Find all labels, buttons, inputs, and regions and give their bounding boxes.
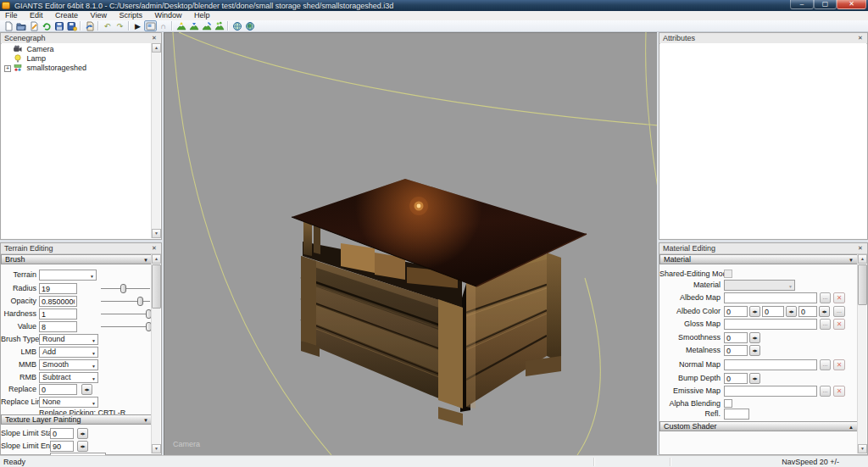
refresh-button[interactable] (40, 20, 53, 31)
play-button[interactable]: ▶ (131, 20, 144, 31)
terrain-scrollbar[interactable]: ▲ ▼ (151, 254, 160, 453)
smoothness-spinner[interactable]: ◀▶ (749, 332, 760, 343)
menu-scripts[interactable]: Scripts (114, 11, 147, 20)
mmb-dropdown[interactable]: Smooth▼ (39, 359, 98, 370)
scroll-up-arrow[interactable]: ▲ (152, 43, 161, 53)
bump-depth-input[interactable] (724, 373, 748, 384)
lmb-dropdown[interactable]: Add▼ (39, 347, 98, 358)
new-file-button[interactable] (2, 20, 14, 31)
metalness-input[interactable] (724, 345, 748, 356)
shared-editing-mode-checkbox[interactable] (724, 270, 732, 278)
open-file-button[interactable] (14, 20, 27, 31)
close-button[interactable]: ✕ (837, 0, 866, 9)
save-as-button[interactable] (65, 20, 78, 31)
smoothness-input[interactable] (724, 332, 748, 343)
slope-limit-start-input[interactable] (50, 428, 74, 439)
albedo-color-b-input[interactable] (798, 306, 817, 317)
snap-toggle[interactable]: ∩ (157, 20, 170, 31)
albedo-map-input[interactable] (724, 292, 817, 303)
world-button[interactable] (231, 20, 243, 31)
scenegraph-scrollbar[interactable]: ▲ ▼ (151, 43, 160, 238)
terrain-raise-button[interactable] (175, 20, 187, 31)
custom-shader-header[interactable]: Custom Shader ▲ (659, 421, 858, 431)
menu-window[interactable]: Window (150, 11, 187, 20)
gloss-map-clear-button[interactable]: ✕ (833, 319, 845, 330)
terrain-paint-button[interactable] (200, 20, 213, 31)
tree-item-camera[interactable]: Camera (14, 45, 54, 54)
material-close-button[interactable]: ✕ (856, 244, 865, 253)
value-slider[interactable] (101, 321, 150, 332)
albedo-color-b-spinner[interactable]: ◀▶ (819, 306, 830, 317)
emissive-map-input[interactable] (724, 386, 817, 397)
alpha-blending-checkbox[interactable] (724, 399, 732, 408)
world-settings-button[interactable] (243, 20, 256, 31)
normal-map-clear-button[interactable]: ✕ (833, 359, 845, 370)
terrain-close-button[interactable]: ✕ (150, 244, 159, 253)
albedo-color-g-input[interactable] (762, 306, 784, 317)
value-input[interactable] (39, 321, 77, 332)
scenegraph-close-button[interactable]: ✕ (150, 34, 159, 42)
scroll-up-arrow[interactable]: ▲ (152, 254, 161, 264)
import-button[interactable] (83, 20, 96, 31)
save-button[interactable] (53, 20, 65, 31)
albedo-map-clear-button[interactable]: ✕ (833, 292, 845, 303)
bump-depth-spinner[interactable]: ◀▶ (749, 373, 760, 384)
terrain-lower-button[interactable] (187, 20, 200, 31)
attributes-close-button[interactable]: ✕ (856, 34, 865, 42)
hardness-input[interactable] (39, 309, 77, 320)
undo-button[interactable]: ↶ (101, 20, 114, 31)
terrain-dropdown[interactable]: ▼ (39, 270, 97, 281)
rmb-dropdown[interactable]: Subtract▼ (39, 372, 98, 383)
albedo-color-r-spinner[interactable]: ◀▶ (749, 306, 760, 317)
albedo-map-browse-button[interactable]: ... (820, 292, 831, 303)
scroll-thumb[interactable] (152, 264, 161, 309)
normal-map-browse-button[interactable]: ... (820, 359, 831, 370)
viewport-canvas[interactable] (164, 32, 657, 455)
emissive-map-browse-button[interactable]: ... (820, 386, 831, 397)
redo-button[interactable]: ↷ (114, 20, 126, 31)
opacity-input[interactable] (39, 296, 77, 307)
minimize-button[interactable]: – (790, 0, 814, 9)
tree-item-smallstorageshed[interactable]: smallstorageshed (14, 64, 86, 73)
menu-file[interactable]: File (0, 11, 23, 20)
hardness-slider[interactable] (101, 309, 150, 320)
show-textures-toggle[interactable] (144, 20, 157, 31)
normal-map-input[interactable] (724, 359, 817, 370)
metalness-spinner[interactable]: ◀▶ (749, 345, 760, 356)
menu-view[interactable]: View (86, 11, 112, 20)
material-dropdown[interactable]: ▼ (724, 280, 795, 291)
radius-slider[interactable] (101, 283, 150, 294)
material-section-header[interactable]: Material ▼ (659, 254, 858, 264)
scroll-down-arrow[interactable]: ▼ (152, 229, 161, 238)
edit-file-button[interactable] (27, 20, 40, 31)
opacity-slider[interactable] (101, 296, 150, 307)
foliage-paint-button[interactable] (213, 20, 225, 31)
viewport-3d[interactable]: Camera (164, 32, 657, 455)
replace-limit-dropdown[interactable]: None▼ (39, 397, 98, 408)
scroll-down-arrow[interactable]: ▼ (858, 444, 867, 453)
replace-input[interactable] (39, 384, 77, 395)
menu-create[interactable]: Create (50, 11, 83, 20)
scroll-down-arrow[interactable]: ▼ (152, 444, 161, 453)
gloss-map-input[interactable] (724, 319, 817, 330)
slope-end-spinner[interactable]: ◀▶ (77, 441, 88, 452)
gloss-map-browse-button[interactable]: ... (820, 319, 831, 330)
texture-layer-painting-header[interactable]: Texture Layer Painting ▼ (1, 414, 153, 425)
replace-spinner[interactable]: ◀▶ (81, 384, 92, 395)
scroll-up-arrow[interactable]: ▲ (858, 254, 867, 264)
menu-help[interactable]: Help (189, 11, 215, 20)
albedo-color-r-input[interactable] (724, 306, 748, 317)
albedo-color-g-spinner[interactable]: ◀▶ (786, 306, 797, 317)
brush-type-dropdown[interactable]: Round▼ (39, 334, 98, 345)
tree-item-lamp[interactable]: Lamp (14, 54, 46, 64)
maximize-button[interactable]: ▢ (814, 0, 837, 9)
material-scrollbar[interactable]: ▲ ▼ (857, 254, 866, 453)
tree-expand-toggle[interactable]: + (4, 65, 11, 72)
albedo-color-picker-button[interactable]: ... (833, 306, 845, 317)
brush-section-header[interactable]: Brush ▼ (1, 254, 153, 264)
slope-limit-end-input[interactable] (50, 441, 74, 452)
menu-edit[interactable]: Edit (25, 11, 48, 20)
scroll-thumb[interactable] (858, 264, 867, 305)
radius-input[interactable] (39, 283, 77, 294)
slope-start-spinner[interactable]: ◀▶ (77, 428, 88, 439)
